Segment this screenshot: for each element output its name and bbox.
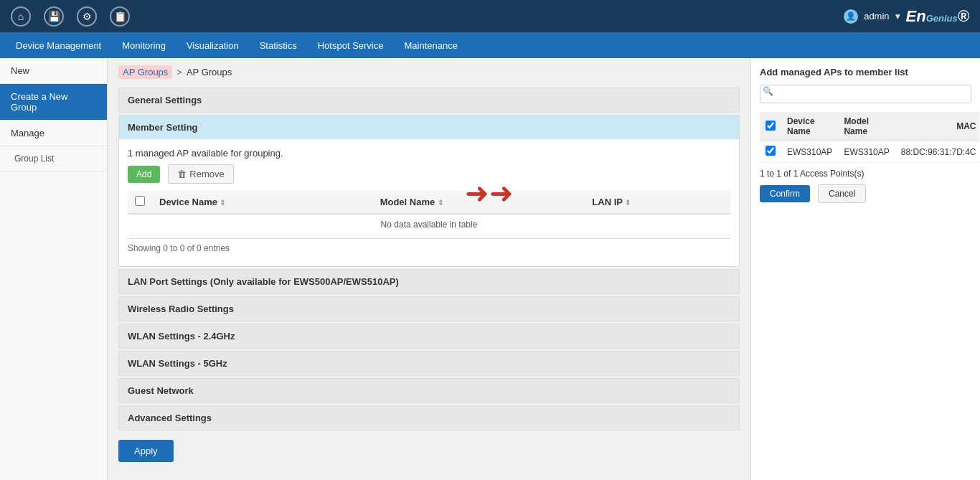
cancel-button[interactable]: Cancel bbox=[818, 184, 866, 203]
ap-table-row: EWS310AP EWS310AP 88:DC:96:31:7D:4C bbox=[760, 141, 979, 163]
advanced-settings-panel: Advanced Settings bbox=[118, 405, 740, 430]
sidebar-item-group-list[interactable]: Group List bbox=[0, 146, 107, 171]
ap-row-checkbox-cell bbox=[760, 141, 781, 163]
right-panel-title: Add managed APs to member list bbox=[760, 67, 971, 77]
clipboard-icon[interactable]: 📋 bbox=[110, 6, 130, 27]
member-btn-row: Add 🗑 Remove bbox=[128, 164, 730, 184]
remove-label: Remove bbox=[189, 169, 224, 179]
sidebar: New Create a New Group Manage Group List bbox=[0, 58, 108, 480]
table-header-lan-ip: LAN IP ⇕ bbox=[585, 191, 730, 214]
main-layout: New Create a New Group Manage Group List… bbox=[0, 58, 980, 480]
ap-row-device-name: EWS310AP bbox=[781, 141, 838, 163]
user-dropdown-arrow[interactable]: ▾ bbox=[895, 11, 900, 22]
sort-model-name-icon[interactable]: ⇕ bbox=[438, 199, 443, 207]
ap-search-input[interactable] bbox=[760, 85, 971, 103]
breadcrumb: AP Groups > AP Groups bbox=[118, 65, 740, 79]
ap-row-mac: 88:DC:96:31:7D:4C bbox=[895, 141, 980, 163]
settings-icon[interactable]: ⚙ bbox=[77, 6, 97, 27]
wireless-radio-settings-header[interactable]: Wireless Radio Settings bbox=[119, 297, 739, 321]
nav-hotspot-service[interactable]: Hotspot Service bbox=[309, 36, 392, 55]
right-table-header-model-name: Model Name bbox=[838, 112, 895, 141]
wlan-5ghz-panel: WLAN Settings - 5GHz bbox=[118, 351, 740, 376]
apply-button[interactable]: Apply bbox=[118, 440, 174, 462]
nav-device-management[interactable]: Device Management bbox=[7, 36, 110, 55]
member-info: 1 managed AP available for grouping. bbox=[128, 148, 730, 159]
member-setting-header[interactable]: Member Setting bbox=[119, 116, 739, 139]
ap-list-table: Device Name Model Name MAC EWS310AP EWS3… bbox=[760, 112, 979, 163]
guest-network-panel: Guest Network bbox=[118, 378, 740, 403]
right-table-header-checkbox bbox=[760, 112, 781, 141]
table-header-device-name: Device Name ⇕ bbox=[152, 191, 373, 214]
save-icon[interactable]: 💾 bbox=[44, 6, 64, 27]
table-footer: Showing 0 to 0 of 0 entries bbox=[128, 238, 730, 258]
right-select-all-checkbox[interactable] bbox=[765, 121, 776, 131]
add-button[interactable]: Add bbox=[128, 166, 160, 183]
lan-port-settings-header[interactable]: LAN Port Settings (Only available for EW… bbox=[119, 270, 739, 293]
right-table-header-mac: MAC bbox=[895, 112, 980, 141]
nav-monitoring[interactable]: Monitoring bbox=[113, 36, 174, 55]
general-settings-panel: General Settings bbox=[118, 88, 740, 113]
advanced-settings-header[interactable]: Advanced Settings bbox=[119, 406, 739, 430]
username-label: admin bbox=[864, 11, 889, 22]
remove-button[interactable]: 🗑 Remove bbox=[168, 164, 233, 184]
nav-bar: Device Management Monitoring Visualizati… bbox=[0, 32, 980, 58]
sidebar-item-new[interactable]: New bbox=[0, 58, 107, 84]
sort-device-name-icon[interactable]: ⇕ bbox=[220, 199, 225, 207]
wlan-5ghz-header[interactable]: WLAN Settings - 5GHz bbox=[119, 352, 739, 375]
member-table: Device Name ⇕ Model Name ⇕ LAN IP ⇕ bbox=[128, 191, 730, 235]
no-data-cell: No data available in table bbox=[128, 214, 730, 235]
top-bar-icons: ⌂ 💾 ⚙ 📋 bbox=[11, 6, 130, 27]
top-bar-right: 👤 admin ▾ EnGenius® bbox=[844, 7, 969, 26]
breadcrumb-current: AP Groups bbox=[187, 67, 232, 77]
table-header-model-name: Model Name ⇕ bbox=[373, 191, 585, 214]
ap-row-checkbox[interactable] bbox=[765, 146, 776, 156]
wireless-radio-settings-panel: Wireless Radio Settings bbox=[118, 296, 740, 321]
user-icon: 👤 bbox=[844, 9, 858, 24]
no-data-row: No data available in table bbox=[128, 214, 730, 235]
nav-visualization[interactable]: Visualization bbox=[178, 36, 248, 55]
ap-row-model-name: EWS310AP bbox=[838, 141, 895, 163]
table-header-checkbox bbox=[128, 191, 152, 214]
brand-logo: EnGenius® bbox=[906, 7, 969, 26]
general-settings-header[interactable]: General Settings bbox=[119, 88, 739, 112]
ap-count-label: 1 to 1 of 1 Access Points(s) bbox=[760, 169, 971, 179]
sidebar-item-create-new-group[interactable]: Create a New Group bbox=[0, 84, 107, 121]
confirm-button[interactable]: Confirm bbox=[760, 185, 810, 202]
home-icon[interactable]: ⌂ bbox=[11, 6, 31, 27]
content-area: AP Groups > AP Groups General Settings M… bbox=[108, 58, 750, 480]
member-setting-panel: Member Setting 1 managed AP available fo… bbox=[118, 115, 740, 267]
right-table-header-device-name: Device Name bbox=[781, 112, 838, 141]
nav-maintenance[interactable]: Maintenance bbox=[395, 36, 466, 55]
top-bar: ⌂ 💾 ⚙ 📋 👤 admin ▾ EnGenius® bbox=[0, 0, 980, 32]
wlan-24ghz-panel: WLAN Settings - 2.4GHz bbox=[118, 324, 740, 349]
right-panel: Add managed APs to member list 🔍 Device … bbox=[750, 58, 980, 480]
breadcrumb-separator: > bbox=[176, 67, 182, 77]
wlan-24ghz-header[interactable]: WLAN Settings - 2.4GHz bbox=[119, 324, 739, 348]
remove-icon: 🗑 bbox=[177, 169, 187, 179]
member-setting-content: 1 managed AP available for grouping. Add… bbox=[119, 139, 739, 266]
sort-lan-ip-icon[interactable]: ⇕ bbox=[625, 199, 631, 207]
guest-network-header[interactable]: Guest Network bbox=[119, 379, 739, 403]
breadcrumb-link[interactable]: AP Groups bbox=[118, 65, 172, 79]
confirm-cancel-row: Confirm Cancel bbox=[760, 184, 971, 203]
nav-statistics[interactable]: Statistics bbox=[251, 36, 306, 55]
sidebar-item-manage[interactable]: Manage bbox=[0, 121, 107, 146]
lan-port-settings-panel: LAN Port Settings (Only available for EW… bbox=[118, 269, 740, 294]
select-all-checkbox[interactable] bbox=[135, 196, 145, 206]
